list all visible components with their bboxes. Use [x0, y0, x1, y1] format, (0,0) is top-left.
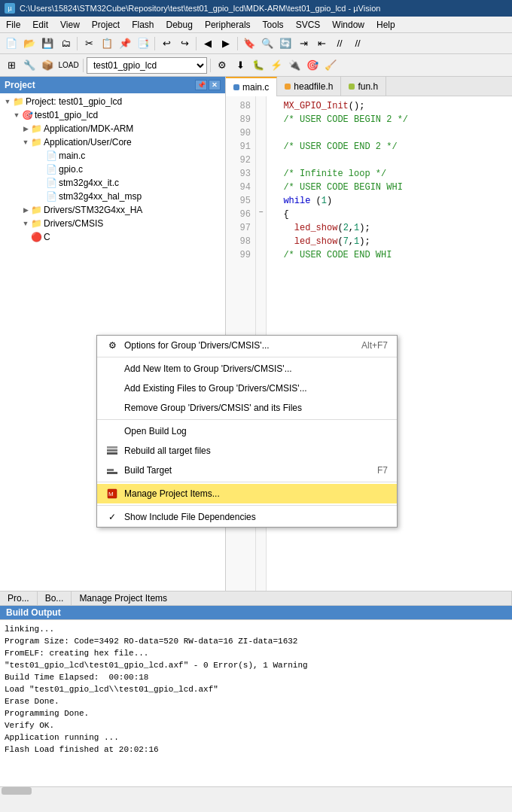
- ctx-build[interactable]: Build Target F7: [97, 461, 397, 480]
- menu-item-debug[interactable]: Debug: [160, 17, 199, 33]
- panel-close-btn[interactable]: ✕: [209, 80, 221, 90]
- bottom-tab-manage[interactable]: Manage Project Items: [72, 592, 512, 605]
- code-line-95: while (1): [273, 194, 506, 208]
- ctx-addnew[interactable]: Add New Item to Group 'Drivers/CMSIS'...: [97, 359, 397, 379]
- code-line-99: /* USER CODE END WHI: [273, 248, 506, 262]
- tree-itc[interactable]: 📄 stm32g4xx_it.c: [0, 176, 225, 190]
- debug-btn[interactable]: 🐛: [250, 57, 267, 74]
- extra-btn[interactable]: 📑: [135, 35, 151, 52]
- tab-headfile[interactable]: headfile.h: [277, 77, 341, 96]
- build-line-0: linking...: [5, 623, 507, 635]
- replace-btn[interactable]: 🔄: [277, 35, 294, 52]
- itc-icon: 📄: [45, 177, 57, 189]
- menu-item-view[interactable]: View: [54, 17, 86, 33]
- chip-btn[interactable]: 🔧: [21, 57, 38, 74]
- tab-mainc[interactable]: main.c: [226, 77, 277, 96]
- paste-btn[interactable]: 📌: [117, 35, 133, 52]
- mdk-arrow: ▶: [21, 124, 30, 133]
- ln-89: 89: [226, 113, 255, 126]
- tree-root[interactable]: ▼ 📁 Project: test01_gpio_lcd: [0, 95, 225, 108]
- build-line-2: FromELF: creating hex file...: [5, 647, 507, 659]
- bookmark-btn[interactable]: 🔖: [241, 35, 258, 52]
- flash2-btn[interactable]: ⚡: [268, 57, 285, 74]
- target-select[interactable]: test01_gpio_lcd: [87, 57, 207, 74]
- panel-pin-btn[interactable]: 📌: [195, 80, 207, 90]
- settings-btn[interactable]: ⚙: [214, 57, 230, 74]
- mspc-arrow: [36, 192, 45, 201]
- ln-95: 95: [226, 194, 255, 208]
- ctx-addexisting-icon: [106, 382, 118, 394]
- tree-gpioc[interactable]: 📄 gpio.c: [0, 163, 225, 176]
- redo-btn[interactable]: ↪: [176, 35, 193, 52]
- ctx-remove[interactable]: Remove Group 'Drivers/CMSIS' and its Fil…: [97, 398, 397, 418]
- mspc-label: stm32g4xx_hal_msp: [59, 191, 142, 202]
- ctx-addnew-label: Add New Item to Group 'Drivers/CMSIS'...: [124, 363, 292, 374]
- find-btn[interactable]: 🔍: [259, 35, 276, 52]
- menu-item-svcs[interactable]: SVCS: [290, 17, 327, 33]
- menu-item-peripherals[interactable]: Peripherals: [199, 17, 257, 33]
- open-btn[interactable]: 📂: [21, 35, 38, 52]
- scrollbar-thumb[interactable]: [2, 787, 32, 795]
- uncomment-btn[interactable]: //: [349, 35, 366, 52]
- fold-91: [256, 137, 267, 151]
- fold-96[interactable]: −: [256, 205, 267, 218]
- mdk-icon: 📁: [30, 123, 42, 135]
- tree-mspc[interactable]: 📄 stm32g4xx_hal_msp: [0, 190, 225, 203]
- target-btn[interactable]: 🎯: [304, 57, 321, 74]
- fwd-btn[interactable]: ▶: [218, 35, 234, 52]
- tree-cmsis[interactable]: ▼ 📁 Drivers/CMSIS: [0, 217, 225, 230]
- ctx-manage-label: Manage Project Items...: [124, 488, 220, 499]
- ctx-addexisting[interactable]: Add Existing Files to Group 'Drivers/CMS…: [97, 379, 397, 398]
- svg-rect-2: [107, 446, 117, 449]
- comment-btn[interactable]: //: [331, 35, 348, 52]
- pwr-btn[interactable]: 🔌: [286, 57, 303, 74]
- ctx-showinclude[interactable]: ✓ Show Include File Dependencies: [97, 507, 397, 527]
- tab-headfile-label: headfile.h: [294, 81, 333, 92]
- menu-item-project[interactable]: Project: [86, 17, 126, 33]
- ln-96: 96: [226, 208, 255, 221]
- bottom-section: Pro... Bo... Manage Project Items Build …: [0, 591, 512, 795]
- ctx-options[interactable]: ⚙ Options for Group 'Drivers/CMSIS'... A…: [97, 336, 397, 355]
- load-btn[interactable]: LOAD: [57, 57, 80, 74]
- save-btn[interactable]: 💾: [39, 35, 56, 52]
- tree-user[interactable]: ▼ 📁 Application/User/Core: [0, 135, 225, 149]
- ctx-manage[interactable]: M Manage Project Items...: [97, 484, 397, 503]
- code-line-90: [273, 126, 506, 140]
- cut-btn[interactable]: ✂: [81, 35, 97, 52]
- bottom-tab-pro[interactable]: Pro...: [0, 592, 38, 605]
- menu-item-file[interactable]: File: [0, 17, 26, 33]
- back-btn[interactable]: ◀: [200, 35, 216, 52]
- tree-target[interactable]: ▼ 🎯 test01_gpio_lcd: [0, 108, 225, 122]
- ctx-rebuild[interactable]: Rebuild all target files: [97, 441, 397, 461]
- save-all-btn[interactable]: 🗂: [57, 35, 74, 52]
- pkg-btn[interactable]: 📦: [39, 57, 56, 74]
- cmsis-icon: 📁: [30, 217, 42, 230]
- menu-item-help[interactable]: Help: [370, 17, 401, 33]
- fold-98: [256, 232, 267, 245]
- tab-funh[interactable]: fun.h: [341, 77, 386, 96]
- ctx-openbuild[interactable]: Open Build Log: [97, 421, 397, 441]
- menu-item-flash[interactable]: Flash: [126, 17, 160, 33]
- new-btn[interactable]: 📄: [3, 35, 20, 52]
- scrollbar-h[interactable]: [0, 786, 512, 795]
- build-line-5: Load "test01_gpio_lcd\\test01_gpio_lcd.a…: [5, 683, 507, 695]
- menu-item-window[interactable]: Window: [326, 17, 370, 33]
- drivers-label: Drivers/STM32G4xx_HA: [44, 205, 142, 215]
- build-output[interactable]: linking... Program Size: Code=3492 RO-da…: [0, 619, 512, 786]
- menu-item-edit[interactable]: Edit: [26, 17, 54, 33]
- menu-item-tools[interactable]: Tools: [257, 17, 290, 33]
- tree-mainc[interactable]: 📄 main.c: [0, 149, 225, 163]
- copy-btn[interactable]: 📋: [99, 35, 115, 52]
- tree-mdk[interactable]: ▶ 📁 Application/MDK-ARM: [0, 122, 225, 135]
- bottom-tab-bo[interactable]: Bo...: [38, 592, 72, 605]
- unindent-btn[interactable]: ⇤: [313, 35, 330, 52]
- build-line-9: Application running ...: [5, 731, 507, 744]
- undo-btn[interactable]: ↩: [158, 35, 175, 52]
- tree-special[interactable]: 🔴 C: [0, 230, 225, 244]
- user-arrow: ▼: [21, 138, 30, 147]
- clean-btn[interactable]: 🧹: [322, 57, 339, 74]
- grid-btn[interactable]: ⊞: [3, 57, 20, 74]
- flash-download-btn[interactable]: ⬇: [232, 57, 248, 74]
- tree-drivers[interactable]: ▶ 📁 Drivers/STM32G4xx_HA: [0, 203, 225, 217]
- indent-btn[interactable]: ⇥: [295, 35, 312, 52]
